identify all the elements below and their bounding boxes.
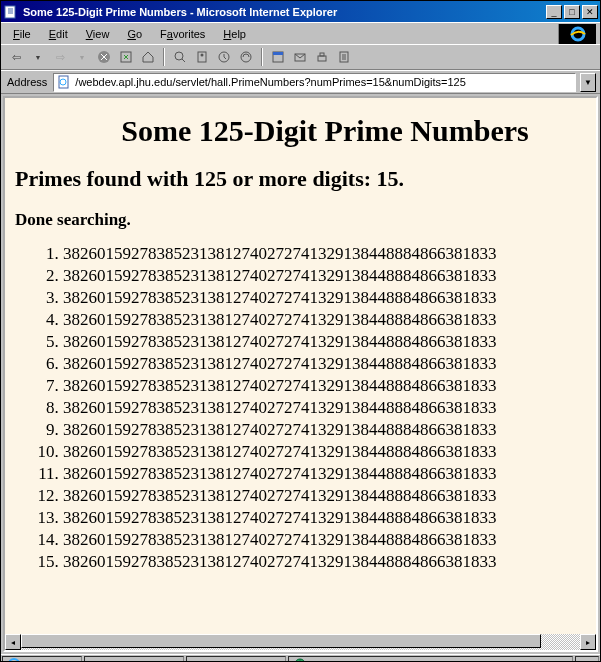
- window-title: Some 125-Digit Prime Numbers - Microsoft…: [23, 6, 546, 18]
- maximize-button[interactable]: □: [564, 5, 580, 19]
- address-input[interactable]: /webdev.apl.jhu.edu/servlet/hall.PrimeNu…: [53, 73, 576, 92]
- prime-item: 3826015927838523138127402727413291384488…: [63, 464, 598, 484]
- svg-rect-0: [5, 6, 15, 18]
- toolbar-separator: [163, 48, 165, 66]
- ie-page-icon: [3, 4, 19, 20]
- fullscreen-button[interactable]: [269, 48, 287, 66]
- done-text: Done searching.: [15, 210, 598, 230]
- status-pane: [186, 656, 286, 662]
- toolbar-separator: [261, 48, 263, 66]
- stop-button[interactable]: [95, 48, 113, 66]
- prime-item: 3826015927838523138127402727413291384488…: [63, 508, 598, 528]
- home-button[interactable]: [139, 48, 157, 66]
- prime-item: 3826015927838523138127402727413291384488…: [63, 530, 598, 550]
- print-button[interactable]: [313, 48, 331, 66]
- scroll-left-button[interactable]: ◂: [5, 634, 21, 650]
- address-url: /webdev.apl.jhu.edu/servlet/hall.PrimeNu…: [75, 76, 466, 88]
- status-zone-pane: Internet zone: [288, 656, 573, 662]
- status-pane: [2, 656, 82, 662]
- toolbar: ⇦ ▼ ⇨ ▼: [1, 44, 600, 70]
- prime-item: 3826015927838523138127402727413291384488…: [63, 244, 598, 264]
- page-heading: Some 125-Digit Prime Numbers: [15, 114, 598, 148]
- menu-view[interactable]: View: [78, 26, 118, 42]
- prime-list: 3826015927838523138127402727413291384488…: [15, 244, 598, 572]
- channels-button[interactable]: [237, 48, 255, 66]
- close-button[interactable]: ✕: [582, 5, 598, 19]
- prime-item: 3826015927838523138127402727413291384488…: [63, 486, 598, 506]
- search-button[interactable]: [171, 48, 189, 66]
- prime-item: 3826015927838523138127402727413291384488…: [63, 420, 598, 440]
- menu-file[interactable]: File: [5, 26, 39, 42]
- minimize-button[interactable]: _: [546, 5, 562, 19]
- favorites-button[interactable]: [193, 48, 211, 66]
- svg-point-6: [201, 54, 204, 57]
- scroll-thumb[interactable]: [21, 634, 541, 648]
- prime-item: 3826015927838523138127402727413291384488…: [63, 552, 598, 572]
- mail-button[interactable]: [291, 48, 309, 66]
- scroll-track[interactable]: [21, 634, 580, 650]
- prime-item: 3826015927838523138127402727413291384488…: [63, 266, 598, 286]
- prime-item: 3826015927838523138127402727413291384488…: [63, 332, 598, 352]
- prime-item: 3826015927838523138127402727413291384488…: [63, 288, 598, 308]
- prime-item: 3826015927838523138127402727413291384488…: [63, 376, 598, 396]
- prime-item: 3826015927838523138127402727413291384488…: [63, 354, 598, 374]
- prime-item: 3826015927838523138127402727413291384488…: [63, 442, 598, 462]
- page-content: Some 125-Digit Prime Numbers Primes foun…: [5, 98, 598, 582]
- menu-favorites[interactable]: Favorites: [152, 26, 213, 42]
- svg-rect-13: [320, 53, 324, 56]
- back-dropdown-icon[interactable]: ▼: [29, 48, 47, 66]
- menu-go[interactable]: Go: [119, 26, 150, 42]
- prime-item: 3826015927838523138127402727413291384488…: [63, 398, 598, 418]
- back-button[interactable]: ⇦: [7, 48, 25, 66]
- edit-button[interactable]: [335, 48, 353, 66]
- scroll-right-button[interactable]: ▸: [580, 634, 596, 650]
- address-dropdown-button[interactable]: ▼: [580, 73, 596, 92]
- forward-dropdown-icon[interactable]: ▼: [73, 48, 91, 66]
- horizontal-scrollbar[interactable]: ◂ ▸: [5, 634, 596, 650]
- menu-help[interactable]: Help: [215, 26, 254, 42]
- history-button[interactable]: [215, 48, 233, 66]
- page-subheading: Primes found with 125 or more digits: 15…: [15, 166, 598, 192]
- svg-rect-10: [273, 52, 283, 55]
- prime-item: 3826015927838523138127402727413291384488…: [63, 310, 598, 330]
- menubar: File Edit View Go Favorites Help: [1, 22, 600, 44]
- menu-edit[interactable]: Edit: [41, 26, 76, 42]
- content-viewport: Some 125-Digit Prime Numbers Primes foun…: [3, 96, 598, 652]
- globe-icon: [293, 657, 307, 662]
- ie-logo-icon: [558, 24, 596, 44]
- status-pane: [84, 656, 184, 662]
- page-icon: [56, 74, 72, 90]
- svg-rect-12: [318, 56, 326, 61]
- resize-grip[interactable]: [575, 656, 599, 662]
- statusbar: Internet zone: [1, 654, 600, 662]
- ie-small-icon: [7, 657, 21, 662]
- titlebar: Some 125-Digit Prime Numbers - Microsoft…: [1, 1, 600, 22]
- address-label: Address: [5, 76, 49, 88]
- refresh-button[interactable]: [117, 48, 135, 66]
- addressbar: Address /webdev.apl.jhu.edu/servlet/hall…: [1, 70, 600, 94]
- svg-point-4: [175, 52, 183, 60]
- forward-button[interactable]: ⇨: [51, 48, 69, 66]
